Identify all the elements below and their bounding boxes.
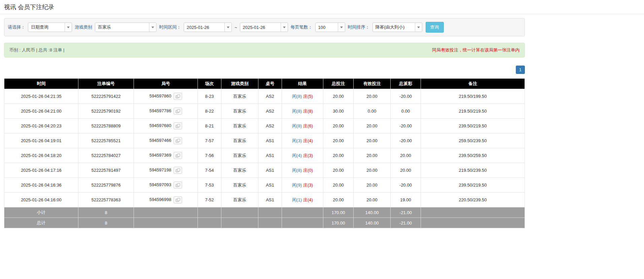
result-player: 闲(4) (292, 153, 302, 158)
result-banker: 庄(3) (303, 183, 313, 188)
cell-remark: 239.50/219.50 (421, 178, 525, 193)
summary-row: 总计8170.00140.00-21.00 (4, 218, 525, 228)
round-detail-button[interactable] (174, 137, 182, 144)
cell-total-bet[interactable]: 20.00 (323, 148, 354, 163)
column-header: 结果 (282, 79, 323, 89)
summary-empty-round (134, 218, 198, 228)
round-number: 594597093 (149, 182, 171, 187)
cell-valid-bet: 20.00 (354, 89, 391, 104)
cell-total-bet[interactable]: 20.00 (323, 163, 354, 178)
round-detail-button[interactable] (174, 93, 182, 100)
cell-bet-id: 522225779876 (78, 178, 134, 193)
caret-down-icon (227, 27, 229, 28)
cell-valid-bet: 20.00 (354, 178, 391, 193)
summary-empty-session (198, 207, 221, 218)
caret-down-icon (151, 27, 154, 28)
cell-result: 闲(8)庄(6) (282, 119, 323, 133)
sort-order-input[interactable] (373, 23, 415, 32)
cell-time: 2025-01-26 04:21:35 (4, 89, 78, 104)
summary-row: 小计8170.00140.00-21.00 (4, 207, 525, 218)
cards-icon (176, 198, 180, 202)
result-player: 闲(8) (292, 109, 302, 114)
cell-valid-bet: 20.00 (354, 148, 391, 163)
top-pagination: 1 (4, 66, 525, 74)
result-banker: 庄(5) (303, 94, 313, 99)
cell-total-bet[interactable]: 20.00 (323, 133, 354, 148)
cell-table-no: AS1 (258, 148, 282, 163)
page-title: 视讯 会员下注纪录 (4, 3, 640, 11)
column-header: 场次 (198, 79, 221, 89)
cell-bet-id: 522225781497 (78, 163, 134, 178)
sort-order-label: 时间排序： (348, 24, 370, 30)
cards-icon (176, 109, 180, 113)
cell-bet-id: 522225784027 (78, 148, 134, 163)
cell-session: 8-21 (198, 119, 221, 133)
cell-result: 闲(3)庄(4) (282, 133, 323, 148)
column-header: 总投注 (323, 79, 354, 89)
result-player: 闲(8) (292, 123, 302, 128)
cell-session: 7-54 (198, 163, 221, 178)
summary-bar: 币别 : 人民币 | 总共 :8 注单 | 同局有效投注，统一计算在该局第一张注… (4, 43, 525, 57)
filter-bar: 请选择： 游戏类别 时间区间： ~ 每页笔数： (4, 18, 525, 36)
date-mode-input[interactable] (28, 23, 65, 32)
cell-bet-id: 522225788809 (78, 119, 134, 133)
page-size-input[interactable] (316, 23, 338, 32)
page-size-caret-button[interactable] (338, 23, 345, 32)
game-type-combo (95, 23, 156, 32)
date-from-input[interactable] (184, 23, 224, 32)
summary-empty-game (221, 207, 258, 218)
cell-time: 2025-01-26 04:21:00 (4, 104, 78, 119)
cell-total-bet[interactable]: 20.00 (323, 178, 354, 193)
summary-empty-round (134, 207, 198, 218)
date-mode-combo (28, 23, 72, 32)
cell-payout: -20.00 (391, 119, 421, 133)
cell-valid-bet: 0.00 (354, 104, 391, 119)
date-to-input[interactable] (240, 23, 281, 32)
date-to-caret-button[interactable] (281, 23, 288, 32)
page-size-label: 每页笔数： (291, 24, 313, 30)
table-header-row: 时间注单编号局号场次游戏类别桌号结果总投注有效投注总派彩备注 (4, 79, 525, 89)
result-banker: 庄(8) (303, 109, 313, 114)
search-button[interactable]: 查询 (426, 22, 444, 33)
cell-session: 7-53 (198, 178, 221, 193)
round-detail-button[interactable] (174, 122, 182, 129)
summary-valid-bet: 140.00 (354, 207, 391, 218)
column-header: 时间 (4, 79, 78, 89)
round-detail-button[interactable] (174, 108, 182, 115)
cards-icon (176, 139, 180, 143)
date-from-caret-button[interactable] (224, 23, 231, 32)
cell-result: 闲(8)庄(8) (282, 104, 323, 119)
cell-game-type: 百家乐 (221, 119, 258, 133)
cell-total-bet[interactable]: 30.00 (323, 104, 354, 119)
cell-game-type: 百家乐 (221, 133, 258, 148)
cell-remark: 239.50/259.50 (421, 148, 525, 163)
cell-result: 闲(8)庄(5) (282, 89, 323, 104)
result-banker: 庄(0) (303, 168, 313, 173)
cell-table-no: AS2 (258, 119, 282, 133)
cell-total-bet[interactable]: 20.00 (323, 119, 354, 133)
summary-total-bet: 170.00 (323, 218, 354, 228)
result-player: 闲(9) (292, 183, 302, 188)
cards-icon (176, 183, 180, 187)
date-mode-caret-button[interactable] (65, 23, 72, 32)
round-detail-button[interactable] (174, 196, 182, 203)
caret-down-icon (340, 27, 343, 28)
pagination-page-1-button[interactable]: 1 (516, 66, 525, 74)
table-body: 2025-01-26 04:21:35522225791422594597860… (4, 89, 525, 228)
cell-total-bet[interactable]: 20.00 (323, 89, 354, 104)
table-row: 2025-01-26 04:18:20522225784027594597369… (4, 148, 525, 163)
round-detail-button[interactable] (174, 152, 182, 159)
round-detail-button[interactable] (174, 167, 182, 174)
page: 视讯 会员下注纪录 请选择： 游戏类别 时间区间： ~ (0, 0, 644, 279)
summary-empty-table (258, 218, 282, 228)
summary-label: 总计 (4, 218, 78, 228)
game-type-input[interactable] (95, 23, 149, 32)
round-detail-button[interactable] (174, 182, 182, 189)
cell-game-type: 百家乐 (221, 89, 258, 104)
table-row: 2025-01-26 04:20:23522225788809594597680… (4, 119, 525, 133)
cell-total-bet[interactable]: 20.00 (323, 193, 354, 207)
sort-order-caret-button[interactable] (415, 23, 422, 32)
game-type-caret-button[interactable] (149, 23, 156, 32)
cell-remark: 219.50/199.50 (421, 89, 525, 104)
column-header: 局号 (134, 79, 198, 89)
